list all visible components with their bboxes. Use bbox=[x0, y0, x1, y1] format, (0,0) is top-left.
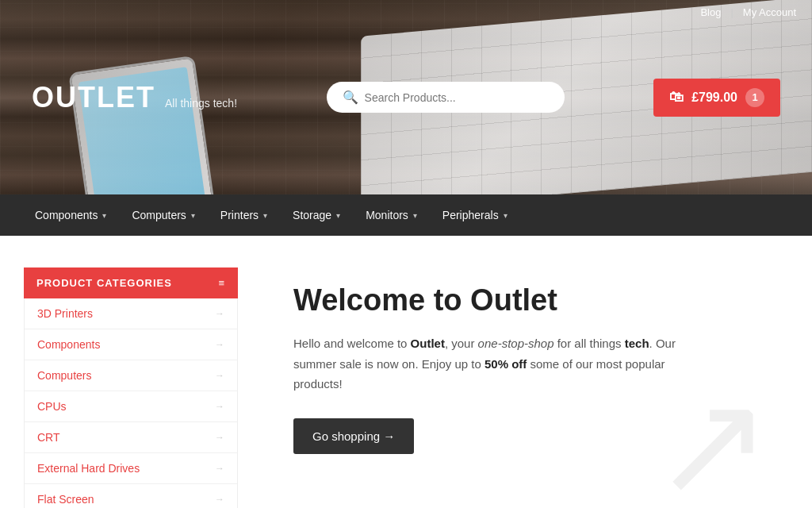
sidebar-link-crt[interactable]: CRT bbox=[37, 431, 60, 444]
nav-label-components: Components bbox=[35, 209, 98, 221]
sidebar-link-components[interactable]: Components bbox=[37, 338, 100, 351]
go-shopping-button[interactable]: Go shopping → bbox=[293, 418, 414, 454]
sidebar-item-computers[interactable]: Computers → bbox=[25, 360, 237, 391]
chevron-down-icon: ▾ bbox=[413, 211, 417, 220]
welcome-intro: Hello and welcome to bbox=[293, 337, 411, 350]
nav-item-computers[interactable]: Computers ▾ bbox=[121, 194, 205, 236]
chevron-down-icon: ▾ bbox=[504, 211, 508, 220]
chevron-down-icon: ▾ bbox=[336, 211, 340, 220]
main-content: PRODUCT CATEGORIES ≡ 3D Printers → Compo… bbox=[0, 236, 812, 508]
sidebar-link-computers[interactable]: Computers bbox=[37, 369, 91, 382]
cart-button[interactable]: 🛍 £799.00 1 bbox=[653, 79, 780, 117]
sidebar-header: PRODUCT CATEGORIES ≡ bbox=[24, 267, 238, 298]
cart-price: £799.00 bbox=[691, 90, 737, 105]
sidebar-category-list: 3D Printers → Components → Computers → C… bbox=[24, 298, 238, 508]
welcome-tech: tech bbox=[625, 337, 649, 350]
search-box: 🔍 bbox=[327, 82, 565, 113]
chevron-down-icon: ▾ bbox=[191, 211, 195, 220]
arrow-right-icon: → bbox=[215, 339, 224, 350]
main-nav: Components ▾ Computers ▾ Printers ▾ Stor… bbox=[0, 194, 812, 236]
sidebar-link-external-hd[interactable]: External Hard Drives bbox=[37, 462, 140, 475]
sidebar-item-components[interactable]: Components → bbox=[25, 329, 237, 360]
list-icon: ≡ bbox=[218, 277, 225, 289]
nav-item-printers[interactable]: Printers ▾ bbox=[209, 194, 278, 236]
account-link[interactable]: My Account bbox=[743, 6, 796, 18]
welcome-brand: Outlet bbox=[411, 337, 445, 350]
sidebar: PRODUCT CATEGORIES ≡ 3D Printers → Compo… bbox=[24, 267, 238, 508]
header-content: OUTLET All things tech! 🔍 🛍 £799.00 1 bbox=[0, 0, 812, 194]
welcome-title: Welcome to Outlet bbox=[293, 283, 756, 318]
sidebar-item-flat-screen[interactable]: Flat Screen → bbox=[25, 484, 237, 508]
nav-item-components[interactable]: Components ▾ bbox=[24, 194, 117, 236]
welcome-shop-type: one-stop-shop bbox=[478, 337, 554, 350]
arrow-right-icon: → bbox=[215, 494, 224, 505]
sidebar-link-flat-screen[interactable]: Flat Screen bbox=[37, 493, 94, 506]
welcome-mid1: , your bbox=[445, 337, 478, 350]
nav-label-monitors: Monitors bbox=[366, 209, 408, 221]
top-bar-separator: | bbox=[730, 6, 733, 18]
search-input[interactable] bbox=[365, 91, 549, 104]
welcome-discount: 50% off bbox=[485, 357, 527, 371]
cart-count: 1 bbox=[745, 88, 764, 107]
blog-link[interactable]: Blog bbox=[700, 6, 721, 18]
sidebar-item-crt[interactable]: CRT → bbox=[25, 422, 237, 453]
chevron-down-icon: ▾ bbox=[263, 211, 267, 220]
arrow-right-icon: → bbox=[215, 432, 224, 443]
sidebar-item-external-hd[interactable]: External Hard Drives → bbox=[25, 453, 237, 484]
nav-item-peripherals[interactable]: Peripherals ▾ bbox=[431, 194, 519, 236]
hero-section: OUTLET All things tech! 🔍 🛍 £799.00 1 bbox=[0, 0, 812, 194]
arrow-right-icon: → bbox=[215, 370, 224, 381]
arrow-right-icon: → bbox=[215, 308, 224, 319]
search-icon: 🔍 bbox=[343, 90, 358, 105]
welcome-text: Hello and welcome to Outlet, your one-st… bbox=[293, 333, 690, 394]
nav-label-computers: Computers bbox=[132, 209, 186, 221]
arrow-right-icon: → bbox=[215, 401, 224, 412]
nav-item-storage[interactable]: Storage ▾ bbox=[282, 194, 351, 236]
nav-label-peripherals: Peripherals bbox=[442, 209, 499, 221]
cart-icon: 🛍 bbox=[669, 89, 684, 106]
logo-area: OUTLET All things tech! bbox=[32, 81, 237, 114]
sidebar-title: PRODUCT CATEGORIES bbox=[36, 277, 172, 289]
welcome-content: Welcome to Outlet Hello and welcome to O… bbox=[293, 283, 756, 454]
sidebar-item-3dprinters[interactable]: 3D Printers → bbox=[25, 298, 237, 329]
sidebar-item-cpus[interactable]: CPUs → bbox=[25, 391, 237, 422]
top-bar: Blog | My Account bbox=[684, 0, 812, 25]
welcome-mid2: for all things bbox=[554, 337, 625, 350]
nav-label-printers: Printers bbox=[220, 209, 259, 221]
logo: OUTLET bbox=[32, 81, 155, 114]
arrow-right-icon: → bbox=[215, 463, 224, 474]
nav-item-monitors[interactable]: Monitors ▾ bbox=[354, 194, 428, 236]
welcome-section: ↗ Welcome to Outlet Hello and welcome to… bbox=[262, 267, 788, 508]
logo-tagline: All things tech! bbox=[165, 97, 237, 110]
nav-label-storage: Storage bbox=[293, 209, 331, 221]
search-area: 🔍 bbox=[237, 82, 653, 113]
sidebar-link-cpus[interactable]: CPUs bbox=[37, 400, 67, 413]
sidebar-link-3dprinters[interactable]: 3D Printers bbox=[37, 307, 93, 320]
chevron-down-icon: ▾ bbox=[102, 211, 106, 220]
